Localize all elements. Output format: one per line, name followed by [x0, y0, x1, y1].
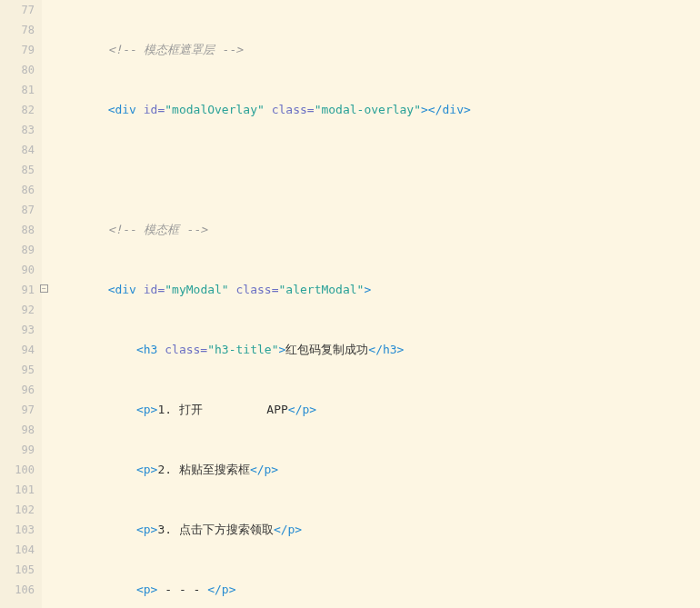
- code-line[interactable]: <p>1. 打开 APP</p>: [51, 400, 700, 420]
- line-number: 97: [0, 400, 35, 420]
- line-number: 102: [0, 500, 35, 520]
- line-number: 87: [0, 200, 35, 220]
- code-line[interactable]: <!-- 模态框遮罩层 -->: [51, 40, 700, 60]
- line-number: 81: [0, 80, 35, 100]
- p-open: <p>: [136, 583, 157, 596]
- p-open: <p>: [136, 403, 157, 416]
- attr-value: "modalOverlay": [165, 103, 265, 116]
- line-number: 106: [0, 580, 35, 600]
- attr-value: "myModal": [165, 283, 228, 296]
- attr-name: class=: [265, 103, 315, 116]
- line-number: 86: [0, 180, 35, 200]
- text-content: - - -: [157, 583, 207, 596]
- code-line[interactable]: <p>3. 点击下方搜索领取</p>: [51, 520, 700, 540]
- line-number: 91: [0, 280, 35, 300]
- line-number: 98: [0, 420, 35, 440]
- tag-open: <h3: [136, 343, 165, 356]
- code-editor[interactable]: 77 78 79 80 81 82 83 84 85 86 87 88 89 9…: [0, 0, 700, 608]
- line-number: 77: [0, 0, 35, 20]
- html-comment: <!-- 模态框遮罩层 -->: [108, 43, 243, 56]
- tag-close: </h3>: [368, 343, 404, 356]
- line-number: 82: [0, 100, 35, 120]
- tag-close: >: [364, 283, 371, 296]
- line-number: 103: [0, 520, 35, 540]
- line-number: 78: [0, 20, 35, 40]
- text-content: 1. 打开 APP: [157, 403, 287, 416]
- line-number: 89: [0, 240, 35, 260]
- attr-value: "alertModal": [279, 283, 365, 296]
- text-content: 2. 粘贴至搜索框: [157, 463, 249, 476]
- line-number: 101: [0, 480, 35, 500]
- line-number: 88: [0, 220, 35, 240]
- tag-close: ></div>: [421, 103, 471, 116]
- line-number: 84: [0, 140, 35, 160]
- code-area[interactable]: <!-- 模态框遮罩层 --> <div id="modalOverlay" c…: [42, 0, 700, 608]
- code-line[interactable]: <h3 class="h3-title">红包码复制成功</h3>: [51, 340, 700, 360]
- code-line[interactable]: <p> - - - </p>: [51, 580, 700, 600]
- code-line[interactable]: [51, 160, 700, 180]
- p-close: </p>: [288, 403, 316, 416]
- p-open: <p>: [136, 523, 157, 536]
- line-number: 85: [0, 160, 35, 180]
- line-number: 96: [0, 380, 35, 400]
- line-number: 100: [0, 460, 35, 480]
- attr-name: class=: [229, 283, 279, 296]
- line-number: 83: [0, 120, 35, 140]
- attr-name: id=: [144, 283, 165, 296]
- fold-marker-icon[interactable]: −: [40, 284, 48, 293]
- code-line[interactable]: <p>2. 粘贴至搜索框</p>: [51, 460, 700, 480]
- code-line[interactable]: <div id="modalOverlay" class="modal-over…: [51, 100, 700, 120]
- line-number: 90: [0, 260, 35, 280]
- line-number: 94: [0, 340, 35, 360]
- tag-open: <div: [108, 103, 144, 116]
- line-number: 93: [0, 320, 35, 340]
- line-number: 79: [0, 40, 35, 60]
- line-number: 105: [0, 560, 35, 580]
- p-close: </p>: [250, 463, 278, 476]
- text-content: 红包码复制成功: [285, 343, 368, 356]
- line-number: 99: [0, 440, 35, 460]
- html-comment: <!-- 模态框 -->: [108, 223, 207, 236]
- code-line[interactable]: <!-- 模态框 -->: [51, 220, 700, 240]
- attr-name: id=: [144, 103, 165, 116]
- text-content: 3. 点击下方搜索领取: [157, 523, 273, 536]
- tag-open: <div: [108, 283, 144, 296]
- line-number-gutter: 77 78 79 80 81 82 83 84 85 86 87 88 89 9…: [0, 0, 42, 608]
- attr-value: "modal-overlay": [315, 103, 421, 116]
- line-number: 92: [0, 300, 35, 320]
- line-number: 104: [0, 540, 35, 560]
- attr-name: class=: [165, 343, 207, 356]
- line-number: 80: [0, 60, 35, 80]
- p-open: <p>: [136, 463, 157, 476]
- line-number: 95: [0, 360, 35, 380]
- p-close: </p>: [207, 583, 235, 596]
- p-close: </p>: [274, 523, 302, 536]
- attr-value: "h3-title": [207, 343, 278, 356]
- code-line[interactable]: − <div id="myModal" class="alertModal">: [51, 280, 700, 300]
